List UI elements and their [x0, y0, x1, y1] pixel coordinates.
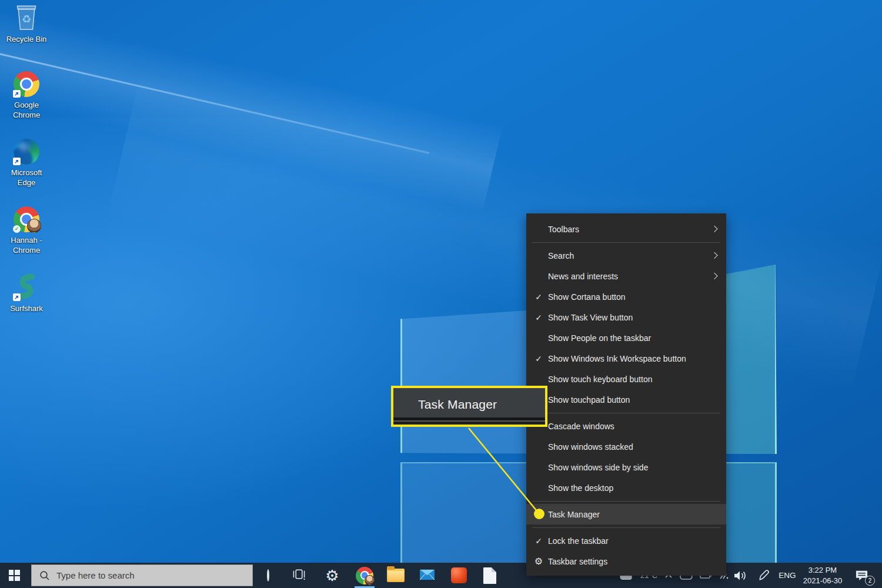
menu-item-task-manager[interactable]: Task Manager [526, 504, 726, 524]
shortcut-arrow-icon [13, 158, 21, 165]
menu-item-show-touch-keyboard-button[interactable]: Show touch keyboard button [526, 369, 726, 389]
checkmark-icon: ✓ [533, 354, 544, 363]
chevron-right-icon [711, 225, 717, 232]
desktop-icon-microsoft-edge[interactable]: Microsoft Edge [1, 137, 52, 188]
menu-item-label: Lock the taskbar [548, 536, 609, 546]
menu-item-label: News and interests [548, 272, 618, 281]
menu-item-label: Show windows side by side [548, 463, 648, 472]
desktop-icon-label: Recycle Bin [1, 35, 52, 45]
volume-button[interactable] [729, 563, 751, 588]
wallpaper-window-pane [726, 265, 777, 454]
pen-icon [757, 569, 771, 582]
language-label: ENG [779, 571, 796, 580]
menu-item-label: Toolbars [548, 225, 579, 234]
menu-item-label: Taskbar settings [548, 557, 607, 566]
menu-item-label: Show Windows Ink Workspace button [548, 354, 686, 363]
sync-check-icon: ✓ [13, 225, 21, 233]
task-manager-callout: Task Manager [391, 386, 547, 427]
search-placeholder: Type here to search [56, 570, 135, 580]
checkmark-icon: ✓ [533, 292, 544, 302]
desktop-icon-google-chrome[interactable]: Google Chrome [1, 69, 52, 121]
wallpaper [0, 0, 882, 588]
menu-item-news-and-interests[interactable]: News and interests [526, 266, 726, 286]
clock-date: 2021-06-30 [800, 576, 846, 586]
wallpaper-window-pane [726, 462, 777, 563]
menu-item-show-windows-side-by-side[interactable]: Show windows side by side [526, 457, 726, 477]
mail-taskbar-button[interactable] [413, 563, 440, 588]
menu-item-show-cortana-button[interactable]: ✓Show Cortana button [526, 286, 726, 307]
menu-item-show-windows-stacked[interactable]: Show windows stacked [526, 436, 726, 457]
cortana-icon [267, 570, 269, 581]
menu-item-label: Task Manager [548, 510, 600, 519]
profile-avatar [365, 575, 375, 585]
menu-item-search[interactable]: Search [526, 245, 726, 266]
recycle-bin-icon: ♻ [14, 2, 39, 34]
menu-item-label: Show Task View button [548, 313, 633, 322]
menu-item-toolbars[interactable]: Toolbars [526, 219, 726, 239]
menu-item-label: Show touchpad button [548, 395, 630, 405]
desktop-icon-label: Microsoft Edge [1, 168, 52, 188]
cortana-taskbar-button[interactable] [255, 563, 282, 588]
document-icon [483, 567, 496, 584]
task-view-taskbar-button[interactable] [285, 563, 312, 588]
file-explorer-taskbar-button[interactable] [382, 563, 409, 588]
chevron-right-icon [711, 272, 717, 279]
task-view-icon [292, 568, 306, 583]
windows-desktop: ♻Recycle BinGoogle ChromeMicrosoft Edge✓… [0, 0, 882, 588]
menu-item-show-task-view-button[interactable]: ✓Show Task View button [526, 307, 726, 328]
menu-item-label: Show touch keyboard button [548, 375, 652, 384]
taskbar-context-menu: ToolbarsSearchNews and interests✓Show Co… [526, 213, 726, 576]
menu-separator [532, 413, 720, 413]
callout-label: Task Manager [418, 397, 497, 412]
shortcut-arrow-icon [13, 90, 21, 98]
notification-badge: 2 [865, 576, 875, 586]
clock-time: 3:22 PM [800, 565, 846, 576]
menu-item-cascade-windows[interactable]: Cascade windows [526, 416, 726, 436]
menu-separator [532, 501, 720, 502]
language-indicator[interactable]: ENG [775, 563, 800, 588]
desktop-icon-hannah-chrome[interactable]: ✓Hannah - Chrome [1, 205, 52, 256]
menu-item-show-touchpad-button[interactable]: Show touchpad button [526, 389, 726, 410]
search-icon [39, 570, 50, 581]
callout-strip [393, 417, 545, 425]
menu-item-label: Show windows stacked [548, 442, 633, 452]
menu-separator [532, 527, 720, 528]
folder-icon [387, 569, 405, 582]
menu-item-taskbar-settings[interactable]: ⚙Taskbar settings [526, 551, 726, 572]
volume-icon [733, 569, 748, 582]
menu-item-lock-the-taskbar[interactable]: ✓Lock the taskbar [526, 530, 726, 551]
desktop-icon-label: Hannah - Chrome [1, 236, 52, 256]
menu-item-label: Cascade windows [548, 422, 614, 431]
office-taskbar-button[interactable] [445, 563, 472, 588]
desktop-icon-surfshark[interactable]: Surfshark [1, 273, 52, 314]
windows-ink-button[interactable] [753, 563, 774, 588]
menu-item-label: Show People on the taskbar [548, 333, 651, 343]
chevron-right-icon [711, 252, 717, 258]
clock[interactable]: 3:22 PM 2021-06-30 [800, 563, 846, 588]
taskbar: 21°C Ty [0, 563, 882, 588]
desktop-icon-label: Google Chrome [1, 101, 52, 121]
menu-separator [532, 242, 720, 243]
word-taskbar-button[interactable] [476, 563, 503, 588]
menu-item-label: Show Cortana button [548, 292, 626, 302]
checkmark-icon: ✓ [533, 313, 544, 322]
action-center-button[interactable]: 2 [847, 563, 876, 588]
mail-icon [419, 567, 436, 583]
menu-item-show-the-desktop[interactable]: Show the desktop [526, 477, 726, 498]
profile-avatar [27, 219, 41, 233]
settings-taskbar-button[interactable]: ⚙ [319, 563, 346, 588]
desktop-icon-label: Surfshark [1, 304, 52, 314]
start-button[interactable] [0, 563, 28, 588]
office-icon [451, 567, 467, 583]
checkmark-icon: ✓ [533, 536, 544, 546]
svg-text:♻: ♻ [22, 13, 31, 25]
menu-item-show-people-on-the-taskbar[interactable]: Show People on the taskbar [526, 328, 726, 348]
menu-item-label: Search [548, 251, 574, 260]
chrome-profile-icon [356, 567, 373, 584]
chrome-taskbar-button[interactable] [351, 563, 378, 588]
menu-item-label: Show the desktop [548, 483, 613, 493]
search-box[interactable]: Type here to search [31, 564, 253, 586]
shortcut-arrow-icon [13, 293, 21, 301]
desktop-icon-recycle-bin[interactable]: ♻Recycle Bin [1, 4, 52, 45]
menu-item-show-windows-ink-workspace-button[interactable]: ✓Show Windows Ink Workspace button [526, 348, 726, 369]
